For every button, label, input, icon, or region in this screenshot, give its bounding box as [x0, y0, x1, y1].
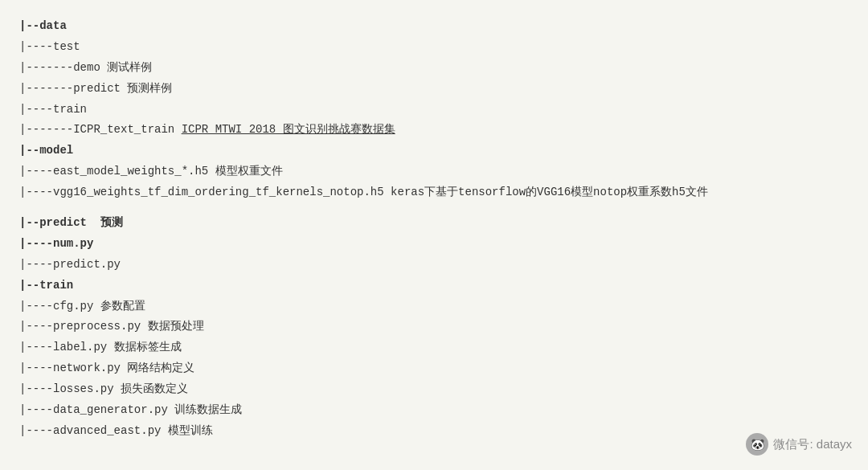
content-area: |--data|----test|-------demo 测试样例|------…: [19, 16, 849, 442]
file-tree-line: |----test: [19, 37, 849, 58]
file-tree-line: |-------demo 测试样例: [19, 58, 849, 79]
file-tree-line: |--data: [19, 16, 849, 37]
watermark: 🐼 微信号: datayx: [746, 433, 852, 456]
file-tree-line: |--model: [19, 141, 849, 161]
file-tree-line: |----preprocess.py 数据预处理: [19, 317, 849, 337]
watermark-icon: 🐼: [746, 433, 768, 456]
file-tree-line: |----predict.py: [19, 255, 849, 276]
file-tree-line: |----train: [19, 100, 849, 121]
file-tree-line: |-------ICPR_text_train ICPR MTWI 2018 图…: [19, 120, 849, 141]
file-tree-line: |--train: [19, 276, 849, 296]
file-tree-line: |----data_generator.py 训练数据生成: [19, 400, 849, 421]
spacer-line: [19, 203, 849, 213]
file-tree-line: |----cfg.py 参数配置: [19, 296, 849, 317]
file-tree-line: |----vgg16_weights_tf_dim_ordering_tf_ke…: [19, 182, 849, 203]
file-tree-line: |-------predict 预测样例: [19, 79, 849, 100]
file-tree-line: |----losses.py 损失函数定义: [19, 379, 849, 400]
file-tree-line: |----label.py 数据标签生成: [19, 337, 849, 358]
watermark-text: 微信号: datayx: [773, 437, 852, 452]
file-tree-line: |----num.py: [19, 234, 849, 255]
underlined-text: ICPR MTWI 2018 图文识别挑战赛数据集: [182, 123, 395, 136]
file-tree-line: |----east_model_weights_*.h5 模型权重文件: [19, 161, 849, 182]
file-tree-line: |--predict 预测: [19, 213, 849, 234]
file-tree-line: |----network.py 网络结构定义: [19, 358, 849, 379]
file-tree-line: |----advanced_east.py 模型训练: [19, 421, 849, 442]
